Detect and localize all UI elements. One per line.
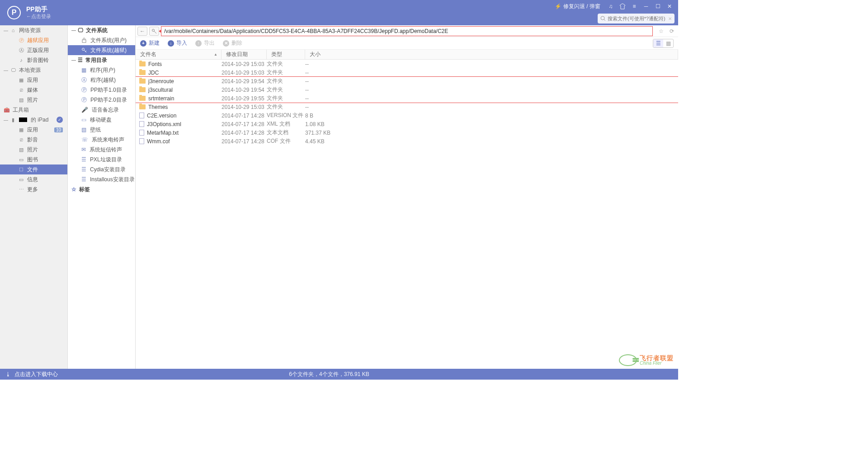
sidebar-item-photos[interactable]: ▧照片 [0, 95, 67, 105]
folder-icon [139, 96, 146, 101]
nav-root-button[interactable] [149, 27, 159, 36]
svg-rect-2 [82, 40, 86, 42]
app-title: PP助手 [26, 5, 51, 13]
maximize-icon[interactable]: ☐ [653, 1, 663, 11]
table-row[interactable]: JDC2014-10-29 15:03文件夹-- [136, 68, 678, 77]
sidebar-item-dev-files[interactable]: ☐文件 [0, 164, 67, 174]
monitor-icon: 🖵 [78, 27, 83, 33]
folder-icon [139, 104, 146, 109]
col-date[interactable]: 修改日期 [222, 50, 267, 59]
section-device[interactable]: —▮的 iPad✓ [0, 115, 67, 125]
common-dir-item[interactable]: ▭移动硬盘 [68, 115, 135, 125]
more-icon: ⋯ [18, 186, 24, 193]
skin-icon[interactable] [618, 1, 627, 11]
section-toolbox[interactable]: 🧰工具箱 [0, 105, 67, 115]
svg-point-0 [601, 16, 604, 20]
common-dir-item[interactable]: ⓅPP助手1.0目录 [68, 85, 135, 95]
key-icon [151, 28, 157, 34]
search-input[interactable] [598, 14, 675, 24]
sidebar-item-dev-more[interactable]: ⋯更多 [0, 184, 67, 194]
sidebar-item-dev-info[interactable]: ▭信息 [0, 174, 67, 184]
table-row[interactable]: MetarMap.txt2014-07-17 14:28文本文档371.37 K… [136, 128, 678, 137]
chat-icon: ▭ [18, 176, 24, 183]
trash-icon: ☰ [81, 156, 86, 163]
common-dir-item[interactable]: ▧壁纸 [68, 125, 135, 135]
new-button[interactable]: +新建 [140, 39, 160, 47]
star-icon: ☆ [71, 186, 76, 193]
music-icon[interactable]: ♫ [606, 1, 616, 11]
sidebar-item-dev-media[interactable]: ⎚影音 [0, 135, 67, 145]
fs-user[interactable]: 文件系统(用户) [68, 35, 135, 45]
sidebar-item-dev-apps[interactable]: ▦应用10 [0, 125, 67, 135]
check-badge-icon: ✓ [57, 117, 63, 123]
download-icon: ⭳ [5, 371, 11, 377]
p-icon: Ⓟ [81, 96, 87, 104]
file-icon [139, 138, 144, 144]
common-dir-item[interactable]: ☰PXL垃圾目录 [68, 155, 135, 164]
common-dir-item[interactable]: Ⓐ程序(越狱) [68, 75, 135, 85]
table-header: 文件名▲ 修改日期 类型 大小 [136, 50, 678, 60]
path-input[interactable]: /var/mobile/Containers/Data/Application/… [161, 26, 653, 36]
sidebar-item-genuine-apps[interactable]: Ⓐ正版应用 [0, 45, 67, 55]
table-row[interactable]: Fonts2014-10-29 15:03文件夹-- [136, 60, 678, 68]
table-row[interactable]: J3Options.xml2014-07-17 14:28XML 文档1.08 … [136, 120, 678, 128]
col-type[interactable]: 类型 [267, 50, 305, 59]
table-row[interactable]: C2E.version2014-07-17 14:28VERSION 文件8 B [136, 111, 678, 120]
common-dir-item[interactable]: ✉系统短信铃声 [68, 145, 135, 155]
menu-icon[interactable]: ≡ [629, 1, 639, 11]
p-icon: Ⓟ [18, 37, 24, 43]
view-toggle: ☰ ▦ [653, 39, 674, 48]
sidebar-item-dev-photos[interactable]: ▧照片 [0, 145, 67, 155]
view-grid-button[interactable]: ▦ [663, 39, 673, 47]
common-dir-item[interactable]: ☰Cydia安装目录 [68, 164, 135, 174]
common-dir-item[interactable]: 🎤语音备忘录 [68, 105, 135, 115]
download-center-button[interactable]: ⭳点击进入下载中心 [5, 371, 58, 378]
pathbar: ← /var/mobile/Containers/Data/Applicatio… [136, 25, 678, 37]
minimize-icon[interactable]: ─ [641, 1, 651, 11]
toolbox-icon: 🧰 [4, 107, 10, 113]
common-dir-item[interactable]: ▦程序(用户) [68, 65, 135, 75]
sidebar-item-jailbreak-apps[interactable]: Ⓟ越狱应用 [0, 35, 67, 45]
a-icon: Ⓐ [81, 76, 87, 84]
table-row[interactable]: Themes2014-10-29 15:03文件夹-- [136, 103, 678, 111]
file-icon [139, 113, 144, 118]
section-filesystem[interactable]: —🖵文件系统 [68, 25, 135, 35]
nav-back-button[interactable]: ← [137, 27, 147, 36]
col-size[interactable]: 大小 [305, 50, 678, 59]
sidebar-item-apps[interactable]: ▦应用 [0, 75, 67, 85]
import-button[interactable]: ↓导入 [168, 39, 187, 47]
table-row[interactable]: srtmterrain2014-10-29 19:55文件夹-- [136, 94, 678, 103]
refresh-button[interactable]: ⟳ [667, 27, 676, 36]
col-name[interactable]: 文件名▲ [136, 50, 222, 59]
common-dir-item[interactable]: ☰Installous安装目录 [68, 174, 135, 184]
file-icon [139, 121, 144, 127]
common-dir-item[interactable]: ☏系统来电铃声 [68, 135, 135, 145]
section-common-dirs[interactable]: —☰常用目录 [68, 55, 135, 65]
search-field[interactable] [608, 16, 670, 21]
common-dir-item[interactable]: ⓅPP助手2.0目录 [68, 95, 135, 105]
login-hint[interactable]: ←点击登录 [26, 13, 51, 19]
picture-icon: ▧ [18, 146, 24, 153]
bookmark-button[interactable]: ☆ [656, 27, 665, 36]
primary-sidebar: —⌂网络资源 Ⓟ越狱应用 Ⓐ正版应用 ♪影音图铃 —🖵本地资源 ▦应用 ⎚媒体 … [0, 25, 68, 369]
picture-icon: ▧ [18, 97, 24, 103]
repair-link[interactable]: 修复闪退 / 弹窗 [551, 3, 604, 10]
close-icon[interactable]: ✕ [665, 1, 675, 11]
sidebar-item-dev-books[interactable]: ▭图书 [0, 155, 67, 164]
section-network[interactable]: —⌂网络资源 [0, 25, 67, 35]
section-bookmarks[interactable]: ☆标签 [68, 184, 135, 194]
table-row[interactable]: Wmm.cof2014-07-17 14:28COF 文件4.45 KB [136, 137, 678, 146]
view-list-button[interactable]: ☰ [653, 39, 663, 47]
table-row[interactable]: j3scultural2014-10-29 19:54文件夹-- [136, 85, 678, 94]
file-icon [139, 130, 144, 136]
sidebar-item-media[interactable]: ⎚媒体 [0, 85, 67, 95]
sidebar-item-media-rings[interactable]: ♪影音图铃 [0, 55, 67, 65]
grid-icon: ▦ [18, 77, 24, 83]
table-row[interactable]: j3nenroute2014-10-29 19:54文件夹-- [136, 77, 678, 85]
key-icon [81, 47, 87, 53]
arrow-down-icon: ↓ [168, 40, 174, 47]
fs-jailbreak[interactable]: 文件系统(越狱) [68, 45, 135, 55]
folder-icon [139, 79, 146, 84]
section-local[interactable]: —🖵本地资源 [0, 65, 67, 75]
folder-icon [139, 61, 146, 66]
